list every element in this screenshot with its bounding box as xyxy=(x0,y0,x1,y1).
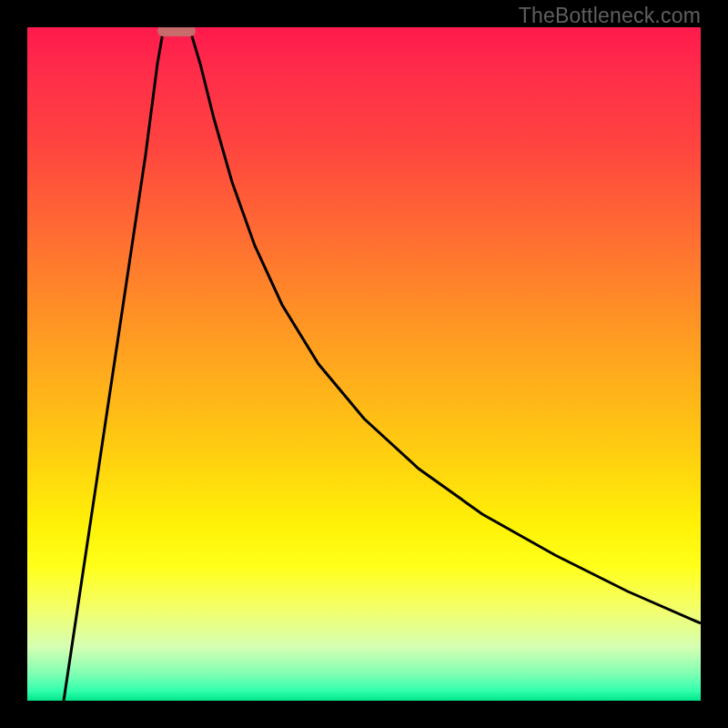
watermark-text: TheBottleneck.com xyxy=(519,4,701,28)
curve-layer xyxy=(27,27,701,701)
bottleneck-marker xyxy=(157,27,196,36)
left-branch-curve xyxy=(64,27,164,701)
chart-frame: TheBottleneck.com xyxy=(0,0,728,728)
plot-area xyxy=(27,27,701,701)
right-branch-curve xyxy=(189,27,701,623)
